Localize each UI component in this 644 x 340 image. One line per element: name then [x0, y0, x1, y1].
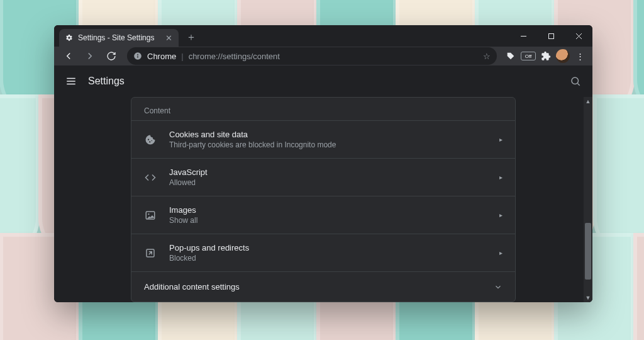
vertical-scrollbar[interactable]: ▲ ▼	[584, 97, 592, 302]
cookie-icon	[144, 133, 157, 146]
settings-title: Settings	[88, 76, 125, 87]
row-subtitle: Allowed	[169, 178, 487, 187]
svg-point-5	[137, 54, 138, 55]
row-text: Cookies and site data Third-party cookie…	[169, 130, 487, 149]
omnibox-url: chrome://settings/content	[189, 52, 280, 61]
extensions-puzzle-icon[interactable]	[538, 48, 553, 64]
scroll-down-arrow[interactable]: ▼	[584, 293, 592, 302]
svg-line-11	[577, 83, 579, 85]
bookmark-star-icon[interactable]: ☆	[483, 52, 491, 61]
titlebar: Settings - Site Settings ✕ ＋	[54, 25, 592, 47]
site-info-icon[interactable]	[133, 52, 142, 60]
tab-title: Settings - Site Settings	[78, 33, 154, 42]
row-subtitle: Third-party cookies are blocked in Incog…	[169, 140, 487, 149]
row-popups[interactable]: Pop-ups and redirects Blocked ▸	[131, 234, 515, 271]
reload-button[interactable]	[102, 47, 121, 65]
scroll-up-arrow[interactable]: ▲	[584, 97, 592, 106]
maximize-button[interactable]	[537, 25, 565, 47]
settings-scroll-area: Content Cookies and site data Third-part…	[54, 97, 592, 302]
row-subtitle: Show all	[169, 216, 487, 225]
hamburger-menu-icon[interactable]	[65, 76, 77, 87]
back-button[interactable]	[59, 47, 78, 65]
settings-header: Settings	[54, 65, 592, 97]
minimize-button[interactable]	[509, 25, 537, 47]
row-text: JavaScript Allowed	[169, 167, 487, 187]
chevron-down-icon	[494, 283, 502, 292]
extension-off-badge[interactable]: Off	[521, 52, 536, 60]
row-subtitle: Blocked	[169, 254, 487, 263]
browser-window: Settings - Site Settings ✕ ＋	[54, 25, 592, 302]
chevron-right-icon: ▸	[499, 174, 502, 181]
tab-close-button[interactable]: ✕	[165, 33, 172, 43]
address-bar[interactable]: Chrome | chrome://settings/content ☆	[127, 47, 497, 65]
content-settings-panel: Content Cookies and site data Third-part…	[131, 97, 516, 302]
image-icon	[144, 209, 157, 222]
row-text: Images Show all	[169, 205, 487, 225]
row-title: Cookies and site data	[169, 130, 487, 139]
extension-tag-icon[interactable]	[503, 48, 518, 64]
browser-toolbar: Chrome | chrome://settings/content ☆ Off…	[54, 47, 592, 65]
search-icon[interactable]	[570, 76, 581, 87]
new-tab-button[interactable]: ＋	[179, 31, 204, 44]
svg-point-13	[148, 213, 149, 215]
scrollbar-thumb[interactable]	[585, 223, 591, 280]
svg-point-10	[572, 77, 579, 84]
row-javascript[interactable]: JavaScript Allowed ▸	[131, 158, 515, 196]
section-label: Content	[131, 98, 515, 120]
expand-label: Additional content settings	[144, 282, 240, 292]
row-title: Pop-ups and redirects	[169, 243, 487, 252]
row-text: Pop-ups and redirects Blocked	[169, 243, 487, 263]
window-controls	[509, 25, 592, 47]
svg-rect-1	[548, 33, 553, 38]
additional-content-settings[interactable]: Additional content settings	[131, 271, 515, 302]
row-title: JavaScript	[169, 167, 487, 177]
popup-icon	[144, 247, 157, 259]
page-content: Settings Content Cookies and site data T…	[54, 65, 592, 302]
browser-tab[interactable]: Settings - Site Settings ✕	[59, 29, 179, 47]
row-images[interactable]: Images Show all ▸	[131, 196, 515, 234]
close-window-button[interactable]	[565, 25, 592, 47]
browser-menu-button[interactable]: ⋮	[572, 48, 587, 64]
svg-rect-6	[137, 55, 138, 58]
row-cookies[interactable]: Cookies and site data Third-party cookie…	[131, 120, 515, 158]
chevron-right-icon: ▸	[499, 212, 502, 218]
row-title: Images	[169, 205, 487, 215]
code-icon	[144, 171, 157, 184]
chevron-right-icon: ▸	[499, 136, 502, 143]
omnibox-divider: |	[181, 52, 183, 61]
profile-avatar[interactable]	[556, 49, 570, 63]
omnibox-origin: Chrome	[147, 52, 176, 61]
chevron-right-icon: ▸	[499, 249, 502, 256]
gear-icon	[65, 34, 73, 42]
forward-button[interactable]	[80, 47, 99, 65]
